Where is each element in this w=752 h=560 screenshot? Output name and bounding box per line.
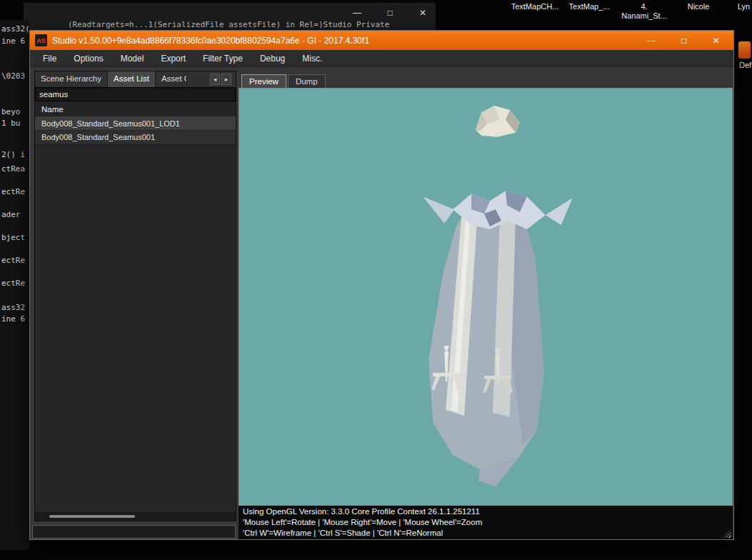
code-fragment: ass32( bbox=[1, 24, 29, 34]
table-row[interactable]: Body008_Standard_Seamus001_LOD1 bbox=[35, 117, 236, 131]
tab-asset-list[interactable]: Asset List bbox=[108, 71, 156, 87]
tab-dump[interactable]: Dump bbox=[288, 74, 326, 88]
window-controls: — □ ✕ bbox=[636, 31, 732, 50]
code-fragment: ectRe bbox=[1, 256, 25, 265]
model-3d-preview bbox=[239, 89, 732, 505]
menu-options[interactable]: Options bbox=[65, 51, 111, 66]
code-fragment: ctRea bbox=[1, 164, 25, 174]
tab-preview[interactable]: Preview bbox=[241, 74, 286, 88]
background-maximize-button[interactable]: □ bbox=[383, 6, 397, 20]
menu-debug[interactable]: Debug bbox=[251, 51, 294, 66]
code-fragment: \0203 bbox=[1, 71, 25, 81]
asset-studio-window: AS Studio v1.50.00+9e8a4ad8866f78336fc0a… bbox=[29, 30, 734, 540]
code-fragment: ine 6 bbox=[1, 314, 25, 324]
tab-asset-classes[interactable]: Asset C bbox=[156, 71, 187, 87]
desktop-shortcut[interactable]: Lyn bbox=[736, 2, 752, 11]
tab-scene-hierarchy[interactable]: Scene Hierarchy bbox=[35, 71, 108, 87]
status-line-mouse: 'Mouse Left'=Rotate | 'Mouse Right'=Move… bbox=[243, 517, 728, 528]
code-fragment: 2() i bbox=[1, 150, 25, 159]
window-title: Studio v1.50.00+9e8a4ad8866f78336fc0ae30… bbox=[52, 36, 369, 46]
search-input[interactable] bbox=[35, 87, 236, 101]
menu-model[interactable]: Model bbox=[112, 51, 153, 66]
code-fragment: ine 6 bbox=[1, 36, 25, 46]
code-fragment: 1 bu bbox=[1, 119, 21, 128]
right-tab-strip: Preview Dump bbox=[239, 71, 733, 88]
menu-misc[interactable]: Misc. bbox=[294, 51, 331, 66]
app-icon: AS bbox=[35, 34, 47, 46]
background-minimize-button[interactable]: — bbox=[350, 6, 364, 20]
menu-filter-type[interactable]: Filter Type bbox=[194, 51, 251, 66]
horizontal-scrollbar[interactable] bbox=[35, 512, 236, 521]
background-window-titlebar: (Readtargets=h...1(SerializedFile assets… bbox=[24, 3, 436, 30]
left-tab-strip: Scene Hierarchy Asset List Asset C ◂ ▸ bbox=[35, 71, 236, 87]
menu-bar: File Options Model Export Filter Type De… bbox=[30, 50, 733, 67]
desktop-shortcut-def[interactable]: Def bbox=[738, 41, 752, 69]
tab-scroll-left-icon[interactable]: ◂ bbox=[210, 74, 220, 85]
def-shortcut-label: Def bbox=[738, 61, 752, 69]
menu-file[interactable]: File bbox=[34, 51, 65, 66]
titlebar[interactable]: AS Studio v1.50.00+9e8a4ad8866f78336fc0a… bbox=[30, 31, 733, 50]
table-header-name[interactable]: Name bbox=[35, 101, 236, 117]
background-close-button[interactable]: ✕ bbox=[416, 6, 430, 20]
close-button[interactable]: ✕ bbox=[700, 31, 732, 50]
code-fragment: ader bbox=[1, 210, 21, 219]
maximize-button[interactable]: □ bbox=[668, 31, 700, 50]
code-fragment: ectRe bbox=[1, 187, 25, 196]
bottom-panel bbox=[32, 525, 236, 539]
status-bar: Using OpenGL Version: 3.3.0 Core Profile… bbox=[239, 506, 733, 539]
code-fragment: ectRe bbox=[1, 279, 25, 288]
left-panel: Scene Hierarchy Asset List Asset C ◂ ▸ N… bbox=[34, 71, 236, 521]
code-fragment: bject bbox=[1, 233, 25, 242]
code-fragment: ass32 bbox=[1, 303, 25, 312]
desktop-shortcut[interactable]: 4. Nanami_St... bbox=[613, 2, 676, 21]
scrollbar-thumb[interactable] bbox=[49, 515, 135, 518]
minimize-button[interactable]: — bbox=[636, 31, 668, 50]
preview-viewport[interactable] bbox=[239, 88, 733, 506]
desktop-shortcut[interactable]: TextMap_... bbox=[564, 2, 614, 11]
menu-export[interactable]: Export bbox=[152, 51, 194, 66]
table-row[interactable]: Body008_Standard_Seamus001 bbox=[35, 131, 236, 144]
status-line-opengl: Using OpenGL Version: 3.3.0 Core Profile… bbox=[243, 506, 728, 517]
background-window-controls: — □ ✕ bbox=[350, 6, 430, 20]
status-line-keys: 'Ctrl W'=Wireframe | 'Ctrl S'=Shade | 'C… bbox=[243, 528, 728, 539]
tab-scroll-right-icon[interactable]: ▸ bbox=[221, 74, 231, 85]
asset-list-empty-area bbox=[35, 144, 236, 512]
desktop-shortcut[interactable]: Nicole bbox=[680, 2, 717, 11]
def-shortcut-icon bbox=[738, 41, 751, 59]
code-fragment: beyo bbox=[1, 107, 21, 116]
background-window-title: (Readtargets=h...1(SerializedFile assets… bbox=[68, 20, 428, 29]
background-code-strip: ass32( ine 6 \0203 beyo 1 bu 2() i ctRea… bbox=[0, 20, 29, 550]
right-panel: Preview Dump bbox=[239, 71, 733, 539]
desktop-shortcut[interactable]: TextMapCH... bbox=[504, 2, 566, 11]
